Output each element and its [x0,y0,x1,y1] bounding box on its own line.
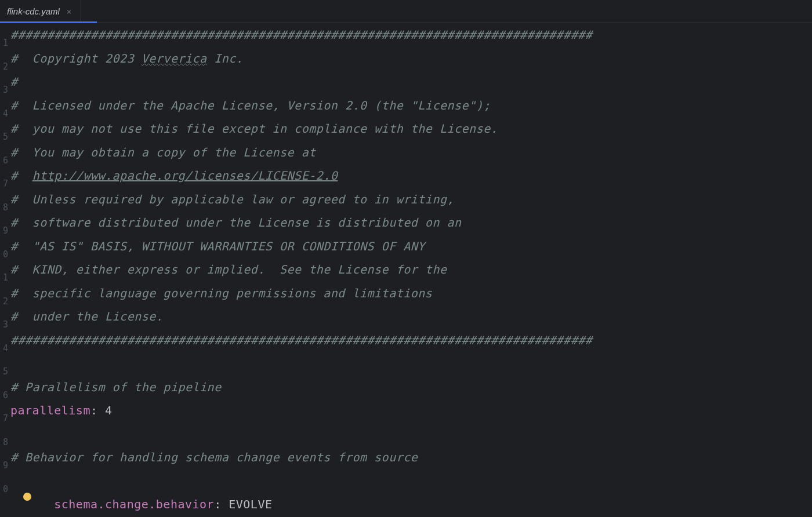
code-line [10,352,592,376]
code-line: # [10,70,592,94]
line-number: 2 [0,290,10,314]
line-number: 2 [0,55,10,79]
line-number: 9 [0,454,10,478]
line-number: 9 [0,219,10,243]
line-number: 0 [0,478,10,501]
code-line: ########################################… [10,329,592,352]
code-line: # Behavior for handling schema change ev… [10,446,592,469]
close-icon[interactable]: × [64,7,74,16]
line-number: 8 [0,431,10,454]
line-number: 5 [0,125,10,149]
code-line [10,423,592,446]
editor-area[interactable]: ########################################… [10,23,592,517]
line-number: 5 [0,360,10,384]
code-line: # KIND, either express or implied. See t… [10,258,592,282]
code-line: # Licensed under the Apache License, Ver… [10,94,592,118]
line-number: 4 [0,337,10,361]
code-line: parallelism: 4 [10,399,592,423]
editor-container: 1 2 3 4 5 6 7 8 9 0 1 2 3 4 5 6 7 8 9 0 … [0,23,812,517]
tab-filename: flink-cdc.yaml [7,6,60,16]
code-line: # http://www.apache.org/licenses/LICENSE… [10,164,592,188]
line-number: 1 [0,31,10,55]
line-number: 7 [0,407,10,431]
code-line: # Copyright 2023 Ververica Inc. [10,47,592,71]
code-line: schema.change.behavior: EVOLVE [10,469,592,518]
line-number: 3 [0,78,10,102]
code-line: # Parallelism of the pipeline [10,376,592,399]
code-line: # under the License. [10,305,592,329]
tab-bar: flink-cdc.yaml × [0,0,812,23]
line-number: 6 [0,149,10,173]
lightbulb-icon[interactable] [23,493,31,501]
line-number: 3 [0,313,10,337]
code-line: # Unless required by applicable law or a… [10,188,592,212]
line-number-gutter: 1 2 3 4 5 6 7 8 9 0 1 2 3 4 5 6 7 8 9 0 [0,23,10,517]
code-line: # "AS IS" BASIS, WITHOUT WARRANTIES OR C… [10,235,592,258]
line-number: 8 [0,196,10,220]
code-line: ########################################… [10,23,592,47]
line-number: 6 [0,384,10,407]
line-number: 0 [0,243,10,267]
line-number: 1 [0,266,10,290]
line-number: 7 [0,172,10,196]
code-line: # You may obtain a copy of the License a… [10,141,592,165]
tab-active-indicator [0,21,97,23]
line-number: 4 [0,102,10,126]
code-line: # software distributed under the License… [10,211,592,235]
code-line: # you may not use this file except in co… [10,117,592,141]
tab-flink-cdc[interactable]: flink-cdc.yaml × [0,0,81,23]
code-line: # specific language governing permission… [10,282,592,305]
